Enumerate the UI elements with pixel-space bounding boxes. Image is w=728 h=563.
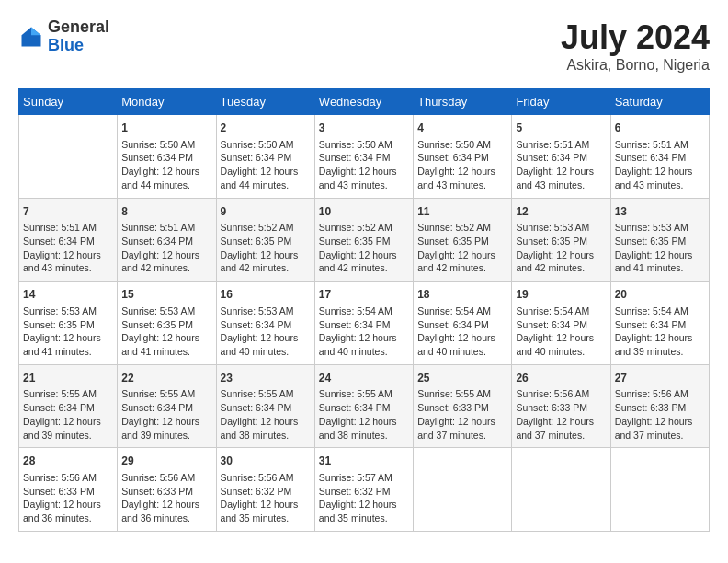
cell-content: Sunrise: 5:56 AM Sunset: 6:33 PM Dayligh… (516, 387, 606, 442)
svg-marker-1 (31, 27, 41, 35)
calendar-cell: 27Sunrise: 5:56 AM Sunset: 6:33 PM Dayli… (610, 364, 709, 448)
day-number: 12 (516, 204, 606, 220)
day-number: 30 (221, 454, 311, 469)
day-number: 21 (23, 371, 113, 386)
logo-icon (18, 24, 44, 50)
day-number: 14 (23, 287, 113, 303)
day-number: 2 (221, 121, 311, 136)
day-number: 16 (221, 287, 311, 303)
title-area: July 2024 Askira, Borno, Nigeria (561, 18, 710, 74)
logo: General Blue (18, 18, 109, 55)
calendar-cell: 21Sunrise: 5:55 AM Sunset: 6:34 PM Dayli… (19, 364, 118, 448)
cell-content: Sunrise: 5:51 AM Sunset: 6:34 PM Dayligh… (121, 221, 211, 275)
header-row: SundayMondayTuesdayWednesdayThursdayFrid… (19, 89, 710, 115)
day-number: 17 (319, 287, 409, 303)
calendar-cell: 30Sunrise: 5:56 AM Sunset: 6:32 PM Dayli… (216, 448, 314, 532)
day-number: 10 (319, 204, 409, 220)
cell-content: Sunrise: 5:52 AM Sunset: 6:35 PM Dayligh… (319, 221, 409, 275)
day-number: 4 (417, 121, 507, 136)
logo-text: General Blue (48, 18, 109, 55)
cell-content: Sunrise: 5:55 AM Sunset: 6:34 PM Dayligh… (319, 387, 409, 442)
cell-content: Sunrise: 5:51 AM Sunset: 6:34 PM Dayligh… (23, 221, 113, 275)
week-row-2: 7Sunrise: 5:51 AM Sunset: 6:34 PM Daylig… (19, 198, 710, 282)
cell-content: Sunrise: 5:53 AM Sunset: 6:35 PM Dayligh… (615, 221, 705, 275)
cell-content: Sunrise: 5:50 AM Sunset: 6:34 PM Dayligh… (417, 138, 507, 192)
logo-blue: Blue (48, 37, 109, 55)
day-number: 5 (516, 121, 606, 136)
day-number: 18 (417, 287, 507, 303)
cell-content: Sunrise: 5:50 AM Sunset: 6:34 PM Dayligh… (319, 138, 409, 192)
cell-content: Sunrise: 5:50 AM Sunset: 6:34 PM Dayligh… (221, 138, 311, 192)
calendar-cell: 17Sunrise: 5:54 AM Sunset: 6:34 PM Dayli… (314, 282, 413, 365)
day-number: 3 (319, 121, 409, 136)
day-header-sunday: Sunday (19, 89, 118, 115)
calendar-cell: 5Sunrise: 5:51 AM Sunset: 6:34 PM Daylig… (512, 115, 610, 199)
day-number: 15 (121, 287, 211, 303)
cell-content: Sunrise: 5:54 AM Sunset: 6:34 PM Dayligh… (319, 304, 409, 359)
calendar-cell: 28Sunrise: 5:56 AM Sunset: 6:33 PM Dayli… (19, 448, 118, 532)
day-number: 11 (417, 204, 507, 220)
cell-content: Sunrise: 5:54 AM Sunset: 6:34 PM Dayligh… (417, 304, 507, 359)
day-number: 8 (121, 204, 211, 220)
cell-content: Sunrise: 5:55 AM Sunset: 6:34 PM Dayligh… (221, 387, 311, 442)
day-number: 22 (121, 371, 211, 386)
calendar-cell: 13Sunrise: 5:53 AM Sunset: 6:35 PM Dayli… (610, 198, 709, 282)
cell-content: Sunrise: 5:55 AM Sunset: 6:34 PM Dayligh… (121, 387, 211, 442)
day-number: 6 (615, 121, 705, 136)
day-number: 25 (417, 371, 507, 386)
day-number: 20 (615, 287, 705, 303)
header: General Blue July 2024 Askira, Borno, Ni… (18, 18, 710, 74)
cell-content: Sunrise: 5:53 AM Sunset: 6:34 PM Dayligh… (221, 304, 311, 359)
day-header-friday: Friday (512, 89, 610, 115)
cell-content: Sunrise: 5:50 AM Sunset: 6:34 PM Dayligh… (121, 138, 211, 192)
calendar-cell: 11Sunrise: 5:52 AM Sunset: 6:35 PM Dayli… (414, 198, 512, 282)
calendar-cell (512, 448, 610, 532)
cell-content: Sunrise: 5:51 AM Sunset: 6:34 PM Dayligh… (615, 138, 705, 192)
cell-content: Sunrise: 5:55 AM Sunset: 6:33 PM Dayligh… (417, 387, 507, 442)
cell-content: Sunrise: 5:54 AM Sunset: 6:34 PM Dayligh… (615, 304, 705, 359)
week-row-5: 28Sunrise: 5:56 AM Sunset: 6:33 PM Dayli… (19, 448, 710, 532)
cell-content: Sunrise: 5:51 AM Sunset: 6:34 PM Dayligh… (516, 138, 606, 192)
cell-content: Sunrise: 5:53 AM Sunset: 6:35 PM Dayligh… (121, 304, 211, 359)
subtitle: Askira, Borno, Nigeria (561, 57, 710, 74)
calendar-cell: 4Sunrise: 5:50 AM Sunset: 6:34 PM Daylig… (414, 115, 512, 199)
calendar-cell: 20Sunrise: 5:54 AM Sunset: 6:34 PM Dayli… (610, 282, 709, 365)
calendar-cell (414, 448, 512, 532)
cell-content: Sunrise: 5:53 AM Sunset: 6:35 PM Dayligh… (516, 221, 606, 275)
day-number: 23 (221, 371, 311, 386)
main-title: July 2024 (561, 18, 710, 57)
cell-content: Sunrise: 5:56 AM Sunset: 6:32 PM Dayligh… (221, 471, 311, 525)
calendar-cell: 7Sunrise: 5:51 AM Sunset: 6:34 PM Daylig… (19, 198, 118, 282)
cell-content: Sunrise: 5:52 AM Sunset: 6:35 PM Dayligh… (221, 221, 311, 275)
day-number: 7 (23, 204, 113, 220)
day-number: 1 (121, 121, 211, 136)
cell-content: Sunrise: 5:56 AM Sunset: 6:33 PM Dayligh… (615, 387, 705, 442)
calendar-cell: 16Sunrise: 5:53 AM Sunset: 6:34 PM Dayli… (216, 282, 314, 365)
calendar-cell (610, 448, 709, 532)
week-row-3: 14Sunrise: 5:53 AM Sunset: 6:35 PM Dayli… (19, 282, 710, 365)
calendar-cell: 29Sunrise: 5:56 AM Sunset: 6:33 PM Dayli… (118, 448, 216, 532)
calendar-cell: 8Sunrise: 5:51 AM Sunset: 6:34 PM Daylig… (118, 198, 216, 282)
day-header-tuesday: Tuesday (216, 89, 314, 115)
cell-content: Sunrise: 5:55 AM Sunset: 6:34 PM Dayligh… (23, 387, 113, 442)
calendar-cell: 19Sunrise: 5:54 AM Sunset: 6:34 PM Dayli… (512, 282, 610, 365)
calendar-cell: 25Sunrise: 5:55 AM Sunset: 6:33 PM Dayli… (414, 364, 512, 448)
calendar-cell: 15Sunrise: 5:53 AM Sunset: 6:35 PM Dayli… (118, 282, 216, 365)
calendar-cell: 23Sunrise: 5:55 AM Sunset: 6:34 PM Dayli… (216, 364, 314, 448)
calendar-cell: 31Sunrise: 5:57 AM Sunset: 6:32 PM Dayli… (314, 448, 413, 532)
day-number: 13 (615, 204, 705, 220)
calendar-cell: 10Sunrise: 5:52 AM Sunset: 6:35 PM Dayli… (314, 198, 413, 282)
day-header-saturday: Saturday (610, 89, 709, 115)
calendar-cell: 18Sunrise: 5:54 AM Sunset: 6:34 PM Dayli… (414, 282, 512, 365)
day-number: 31 (319, 454, 409, 469)
cell-content: Sunrise: 5:56 AM Sunset: 6:33 PM Dayligh… (23, 471, 113, 525)
day-number: 19 (516, 287, 606, 303)
calendar-cell: 6Sunrise: 5:51 AM Sunset: 6:34 PM Daylig… (610, 115, 709, 199)
calendar-cell: 12Sunrise: 5:53 AM Sunset: 6:35 PM Dayli… (512, 198, 610, 282)
day-number: 27 (615, 371, 705, 386)
day-number: 24 (319, 371, 409, 386)
day-number: 29 (121, 454, 211, 469)
calendar-cell: 3Sunrise: 5:50 AM Sunset: 6:34 PM Daylig… (314, 115, 413, 199)
cell-content: Sunrise: 5:56 AM Sunset: 6:33 PM Dayligh… (121, 471, 211, 525)
calendar-cell: 26Sunrise: 5:56 AM Sunset: 6:33 PM Dayli… (512, 364, 610, 448)
